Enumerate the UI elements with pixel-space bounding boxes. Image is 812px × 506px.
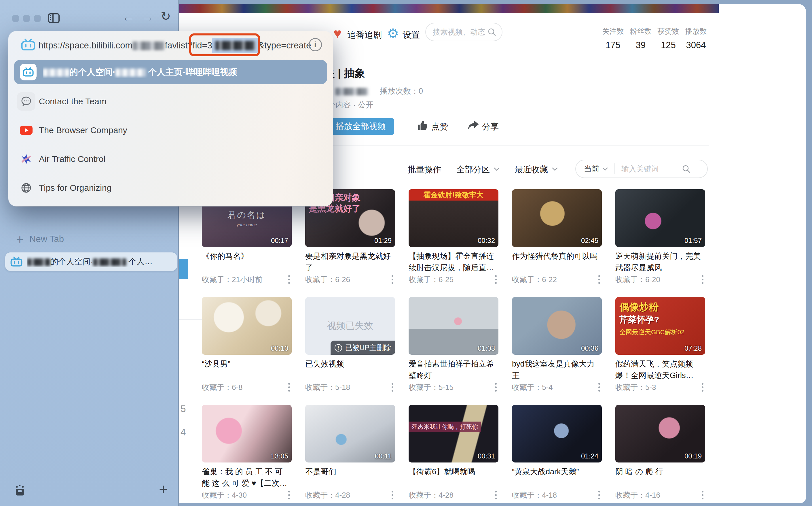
video-thumbnail[interactable]: 01:24	[512, 405, 602, 462]
video-card[interactable]: 01:24 “黄泉大战dark天鹅” 收藏于：4-18	[512, 405, 602, 505]
forward-icon[interactable]: →	[142, 11, 154, 23]
video-card[interactable]: 01:03 爱音拍素世拍祥子拍立希壁咚灯 收藏于：5-15	[409, 297, 498, 397]
search-icon[interactable]	[682, 165, 691, 173]
play-all-button[interactable]: 播放全部视频	[327, 118, 394, 135]
sort-dropdown[interactable]: 最近收藏	[515, 164, 548, 175]
window-zoom-button[interactable]	[34, 15, 41, 22]
share-icon[interactable]	[467, 119, 480, 132]
more-menu-icon[interactable]	[598, 491, 600, 499]
suggestion-current-page[interactable]: 的个人空间· 个人主页-哔哩哔哩视频	[14, 60, 327, 84]
video-title[interactable]: 作为怪猎代餐真的可以吗	[512, 250, 602, 262]
reload-icon[interactable]: ↻	[161, 10, 171, 22]
stat-followers[interactable]: 粉丝数39	[629, 26, 652, 51]
info-icon[interactable]: i	[309, 38, 322, 51]
url-command-palette: https://space.bilibili.comfavlist?fid=3&…	[8, 31, 333, 206]
video-card[interactable]: 13:05 雀巢：我 的 员 工 不 可 能 这 么 可 爱 ♥【二次元爆改 收…	[202, 405, 292, 505]
video-title[interactable]: 要是相亲对象是黑龙就好了	[305, 250, 395, 273]
url-text[interactable]: https://space.bilibili.comfavlist?fid=3&…	[38, 40, 311, 51]
video-title[interactable]: 【抽象现场】霍金直播连续肘击汉尼拔，随后直播间被封	[409, 250, 498, 273]
more-menu-icon[interactable]	[392, 275, 393, 284]
video-thumbnail[interactable]: 视频已失效!已被UP主删除	[305, 297, 395, 355]
video-title[interactable]: “黄泉大战dark天鹅”	[512, 466, 602, 478]
video-duration: 00:10	[271, 344, 288, 352]
video-card[interactable]: 00:11 不是哥们 收藏于：4-28	[305, 405, 395, 505]
nav-settings[interactable]: 设置	[403, 29, 420, 41]
more-menu-icon[interactable]	[288, 383, 290, 392]
bili-search[interactable]	[425, 23, 502, 41]
video-title[interactable]: “沙县男”	[202, 358, 292, 370]
more-menu-icon[interactable]	[392, 383, 393, 392]
video-fav-date: 收藏于：5-3	[615, 383, 656, 393]
stat-plays[interactable]: 播放数3064	[684, 26, 708, 51]
video-thumbnail[interactable]: 02:45	[512, 189, 602, 247]
video-title[interactable]: 阴 暗 の 爬 行	[615, 466, 705, 478]
video-thumbnail[interactable]: 00:36	[512, 297, 602, 355]
video-thumbnail[interactable]: 01:57	[615, 189, 705, 247]
video-title[interactable]: byd我这室友是真像大力王	[512, 358, 602, 381]
video-thumbnail[interactable]: 00:11	[305, 405, 395, 462]
video-thumbnail[interactable]: 00:10	[202, 297, 292, 355]
video-duration: 00:17	[271, 237, 288, 245]
bili-search-input[interactable]	[433, 28, 488, 36]
palette-item-the-browser-company[interactable]: The Browser Company	[8, 121, 333, 140]
scope-dropdown[interactable]: 当前	[584, 164, 600, 174]
share-button[interactable]: 分享	[482, 121, 499, 133]
url-bar[interactable]: https://space.bilibili.comfavlist?fid=3&…	[8, 31, 333, 61]
nav-bangumi[interactable]: 追番追剧	[347, 29, 382, 41]
video-thumbnail[interactable]: 偶像炒粉芹菜怀孕?全网最逆天GBC解析02 07:28	[615, 297, 705, 355]
back-icon[interactable]: ←	[122, 11, 134, 23]
video-title[interactable]: 雀巢：我 的 员 工 不 可 能 这 么 可 爱 ♥【二次元爆改	[202, 466, 292, 489]
thumbs-up-icon[interactable]	[416, 119, 428, 132]
video-thumbnail[interactable]: 死杰米我让你喝，打死你 00:31	[409, 405, 498, 462]
video-thumbnail[interactable]: 00:19	[615, 405, 705, 462]
more-menu-icon[interactable]	[598, 275, 600, 284]
video-title[interactable]: 已失效视频	[305, 358, 395, 370]
video-card[interactable]: 视频已失效!已被UP主删除 已失效视频 收藏于：5-18	[305, 297, 395, 397]
like-button[interactable]: 点赞	[431, 121, 448, 133]
more-menu-icon[interactable]	[288, 491, 290, 499]
video-thumbnail[interactable]: 13:05	[202, 405, 292, 462]
video-card[interactable]: 死杰米我让你喝，打死你 00:31 【街霸6】就喝就喝 收藏于：4-28	[409, 405, 498, 505]
batch-operate-button[interactable]: 批量操作	[408, 164, 441, 175]
active-favlist-indicator[interactable]	[179, 259, 188, 279]
more-menu-icon[interactable]	[495, 383, 497, 392]
more-menu-icon[interactable]	[702, 383, 703, 392]
new-item-plus-button[interactable]: +	[159, 481, 168, 498]
library-icon[interactable]	[13, 484, 26, 497]
video-card[interactable]: 00:19 阴 暗 の 爬 行 收藏于：4-16	[615, 405, 705, 505]
window-close-button[interactable]	[12, 15, 19, 22]
video-card[interactable]: 霍金铁肘!致敬牢大 00:32 【抽象现场】霍金直播连续肘击汉尼拔，随后直播间被…	[409, 189, 498, 289]
video-title[interactable]: 逆天萌新提前关门，完美武器尽显威风	[615, 250, 705, 273]
more-menu-icon[interactable]	[702, 275, 703, 284]
more-menu-icon[interactable]	[495, 275, 497, 284]
video-card[interactable]: 00:36 byd我这室友是真像大力王 收藏于：5-4	[512, 297, 602, 397]
stat-following[interactable]: 关注数175	[601, 26, 625, 51]
window-minimize-button[interactable]	[23, 15, 30, 22]
more-menu-icon[interactable]	[702, 491, 703, 499]
video-title[interactable]: 《你的马名》	[202, 250, 292, 262]
video-fav-date: 收藏于：21小时前	[202, 275, 263, 285]
video-card[interactable]: 01:57 逆天萌新提前关门，完美武器尽显威风 收藏于：6-20	[615, 189, 705, 289]
video-title[interactable]: 爱音拍素世拍祥子拍立希壁咚灯	[409, 358, 498, 381]
palette-item-contact-the-team[interactable]: Contact the Team	[8, 92, 333, 111]
keyword-input[interactable]	[621, 165, 682, 173]
palette-item-air-traffic-control[interactable]: Air Traffic Control	[8, 150, 333, 168]
stat-likes[interactable]: 获赞数125	[656, 26, 680, 51]
video-card[interactable]: 00:10 “沙县男” 收藏于：6-8	[202, 297, 292, 397]
video-title[interactable]: 不是哥们	[305, 466, 395, 478]
new-tab-button[interactable]: New Tab	[29, 234, 64, 244]
more-menu-icon[interactable]	[598, 383, 600, 392]
video-title[interactable]: 假药满天飞，笑点频频爆！全网最逆天Girls Band Cry解析	[615, 358, 705, 381]
category-dropdown[interactable]: 全部分区	[456, 164, 490, 175]
sidebar-toggle-icon[interactable]	[48, 13, 60, 23]
video-title[interactable]: 【街霸6】就喝就喝	[409, 466, 498, 478]
more-menu-icon[interactable]	[495, 491, 497, 499]
video-thumbnail[interactable]: 01:03	[409, 297, 498, 355]
active-tab[interactable]: 的个人空间· 个人…	[5, 252, 177, 271]
video-card[interactable]: 02:45 作为怪猎代餐真的可以吗 收藏于：6-22	[512, 189, 602, 289]
video-card[interactable]: 偶像炒粉芹菜怀孕?全网最逆天GBC解析02 07:28 假药满天飞，笑点频频爆！…	[615, 297, 705, 397]
more-menu-icon[interactable]	[392, 491, 393, 499]
more-menu-icon[interactable]	[288, 275, 290, 284]
palette-item-tips-for-organizing[interactable]: Tips for Organizing	[8, 179, 333, 197]
video-thumbnail[interactable]: 霍金铁肘!致敬牢大 00:32	[409, 189, 498, 247]
